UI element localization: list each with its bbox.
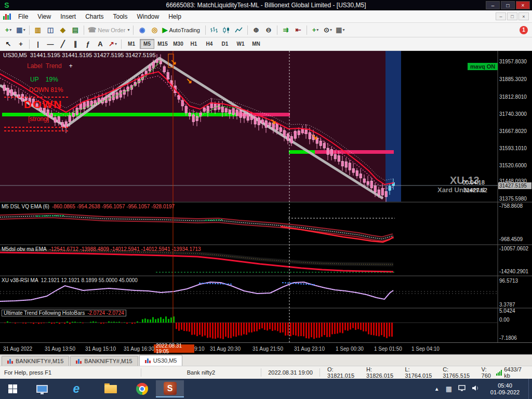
svg-text:↘: ↘	[270, 117, 276, 125]
taskbar-metatrader-icon[interactable]: S	[156, 380, 184, 397]
mdi-close-button[interactable]: ×	[518, 12, 529, 20]
toolbar-separator	[277, 25, 277, 35]
menu-item-window[interactable]: Window	[132, 11, 164, 22]
chart-tab-banknifty-m15[interactable]: BANKNIFTY#,M15	[70, 356, 138, 366]
chart-bars-button[interactable]	[208, 24, 220, 36]
timeframe-d1[interactable]: D1	[218, 39, 232, 49]
menu-item-tools[interactable]: Tools	[109, 11, 132, 22]
network-icon[interactable]	[458, 385, 466, 393]
status-quote-value: C: 31765.515	[443, 366, 474, 379]
toolbar-separator	[247, 25, 248, 35]
chart-candles-button[interactable]	[221, 24, 232, 36]
vertical-line-button[interactable]: |	[32, 38, 44, 50]
profiles-button[interactable]: ▦▾	[15, 24, 26, 36]
svg-text:↘: ↘	[312, 132, 318, 141]
menu-item-help[interactable]: Help	[164, 11, 186, 22]
price-scale-label: 31375.5980	[499, 196, 527, 202]
standard-toolbar: +▾▦▾▥◫◆▤☎New Order▾◉◎▶AutoTrading⊕⊖⇉⇤+▾⊙…	[0, 23, 532, 37]
toolbar-separator	[133, 25, 134, 35]
dropdown-caret-icon: ▾	[343, 28, 345, 32]
autotrading-icon: ▶	[162, 26, 167, 34]
notification-badge[interactable]: 1	[520, 26, 528, 34]
mdi-restore-button[interactable]: □	[507, 12, 517, 20]
dropdown-caret-icon: ▾	[316, 28, 318, 32]
cursor-button[interactable]: ↖	[3, 38, 14, 50]
new-chart-button[interactable]: +▾	[3, 24, 14, 36]
fibonacci-button[interactable]: ƒ	[82, 38, 94, 50]
taskbar-file-explorer-icon[interactable]	[99, 380, 123, 397]
templates-button[interactable]: ▦▾	[335, 24, 346, 36]
price-chart-canvas[interactable]: ↘↘↘↘	[0, 51, 532, 342]
timeframe-h1[interactable]: H1	[187, 39, 201, 49]
toolbar-separator	[84, 25, 84, 35]
text-button[interactable]: A	[95, 38, 106, 50]
mdi-minimize-button[interactable]: –	[496, 12, 506, 20]
chart-line-button[interactable]	[233, 24, 245, 36]
title-bar: S 66665083: MatchLiquidityTest-ML - Bill…	[0, 0, 532, 10]
price-scale-label: 31812.8010	[499, 94, 527, 100]
autotrading-button[interactable]: ▶AutoTrading	[161, 24, 203, 36]
price-scale-label: 3.3787	[499, 302, 515, 308]
timeframe-mn[interactable]: MN	[249, 39, 263, 49]
dropdown-caret-icon: ▾	[9, 28, 11, 32]
status-bar: For Help, press F1 Bank nifty2 2022.08.3…	[0, 366, 532, 379]
indicators-button[interactable]: +▾	[310, 24, 321, 36]
data-window-button[interactable]: ◫	[45, 24, 56, 36]
chart-tab-us30-m5[interactable]: US30,M5	[139, 355, 183, 366]
horizontal-line-icon: —	[47, 40, 54, 48]
new-chart-icon: +	[5, 26, 9, 34]
restore-button[interactable]: □	[501, 1, 515, 9]
cursor-icon: ↖	[6, 40, 11, 48]
menu-item-charts[interactable]: Charts	[81, 11, 108, 22]
system-tray: ▲ ▦	[431, 380, 482, 397]
crosshair-button[interactable]: +	[15, 38, 26, 50]
navigator-button[interactable]: ◆	[57, 24, 69, 36]
trendline-button[interactable]: ╱	[57, 38, 69, 50]
periods-button[interactable]: ⊙▾	[322, 24, 334, 36]
show-desktop-button[interactable]	[528, 379, 532, 399]
taskbar-clock[interactable]: 05:40 01-09-2022	[485, 380, 525, 397]
metaeditor-button[interactable]: ◉	[136, 24, 148, 36]
toolbar-separator	[29, 39, 30, 49]
timeframe-m15[interactable]: M15	[155, 39, 170, 49]
chart-shift-button[interactable]: ⇤	[292, 24, 304, 36]
time-axis-label: 31 Aug 21:50	[252, 346, 283, 352]
price-scale-label: 31740.3000	[499, 111, 527, 117]
arrows-button[interactable]: ↗▾	[107, 38, 118, 50]
zoom-out-button[interactable]: ⊖	[263, 24, 274, 36]
chart-tab-banknifty-m15[interactable]: BANKNIFTY#,M15	[2, 356, 69, 366]
market-watch-button[interactable]: ▥	[32, 24, 44, 36]
taskbar-system-window-icon[interactable]	[30, 380, 54, 397]
zoom-in-button[interactable]: ⊕	[250, 24, 262, 36]
equidistant-channel-button[interactable]: ∥	[70, 38, 81, 50]
taskbar-edge-icon[interactable]: e	[64, 380, 88, 397]
minimize-button[interactable]: –	[486, 1, 500, 9]
timeframe-m1[interactable]: M1	[124, 39, 139, 49]
auto-scroll-button[interactable]: ⇉	[280, 24, 291, 36]
close-button[interactable]: ×	[516, 1, 530, 9]
toolbar-separator	[121, 39, 122, 49]
speaker-icon[interactable]	[472, 385, 479, 393]
toolbox-button[interactable]: ▤	[70, 24, 81, 36]
tray-expand-icon[interactable]: ▲	[434, 386, 440, 392]
start-button[interactable]	[0, 380, 25, 397]
menu-item-file[interactable]: File	[14, 11, 33, 22]
timeframe-m5[interactable]: M5	[140, 39, 154, 49]
taskbar-chrome-icon[interactable]	[130, 380, 154, 397]
chart-area[interactable]: ↘↘↘↘ US30,M5 31441.5195 31441.5195 31427…	[0, 51, 532, 342]
keyboard-icon[interactable]: ▦	[446, 385, 452, 393]
horizontal-line-button[interactable]: —	[45, 38, 56, 50]
timeframe-w1[interactable]: W1	[233, 39, 248, 49]
timeframe-m30[interactable]: M30	[171, 39, 185, 49]
menu-item-insert[interactable]: Insert	[56, 11, 81, 22]
profiles-icon: ▦	[16, 26, 22, 34]
time-axis[interactable]: 2022.08.31 19:05 31 Aug 202231 Aug 13:50…	[0, 342, 532, 354]
menu-item-view[interactable]: View	[33, 11, 56, 22]
price-scale-label: -14240.2901	[499, 269, 528, 274]
status-account-name: Bank nifty2	[144, 369, 258, 376]
chart-tab-icon	[145, 358, 151, 363]
timeframe-h4[interactable]: H4	[202, 39, 217, 49]
metatrader-logo-icon: S	[164, 382, 177, 395]
chart-tab-label: BANKNIFTY#,M15	[84, 358, 132, 364]
alerts-button[interactable]: ◎	[149, 24, 160, 36]
